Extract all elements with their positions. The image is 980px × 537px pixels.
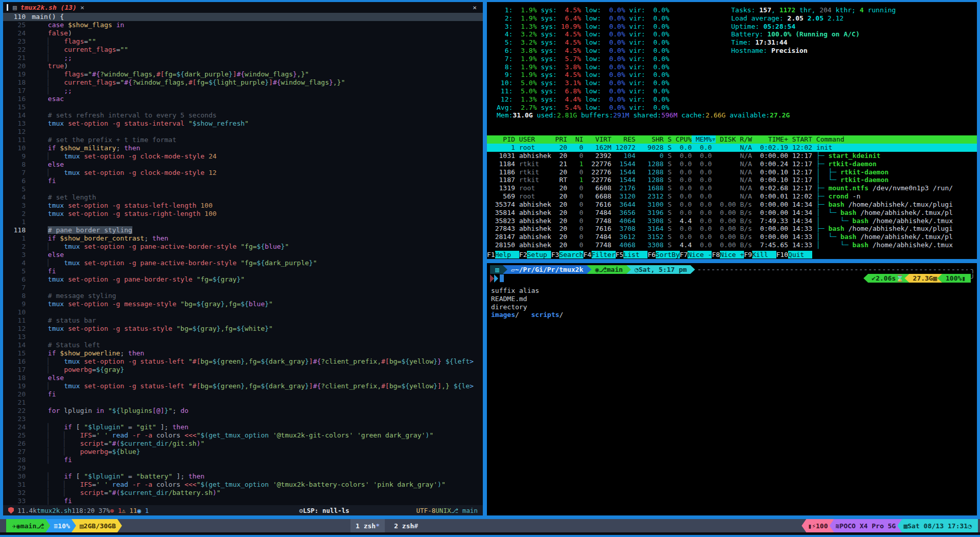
code-line[interactable]: 11 # set the prefix + t time format: [3, 136, 483, 144]
process-row[interactable]: 1319 root 20 0 6608 2176 1688 S 0.0 0.0 …: [487, 184, 977, 192]
code-line[interactable]: 1 if $show_border_contrast; then: [3, 234, 483, 243]
fkey-f9[interactable]: F9Kill: [744, 251, 776, 258]
code-line[interactable]: 21: [3, 399, 483, 407]
process-row[interactable]: 35823 abhishek 20 0 7748 4064 3308 S 4.4…: [487, 217, 977, 225]
code-line[interactable]: 15 if $show_powerline; then: [3, 349, 483, 357]
code-line[interactable]: 15: [3, 103, 483, 111]
code-line[interactable]: 16 ▏ tmux set-option -g status-left "#[b…: [3, 357, 483, 366]
editor-tab[interactable]: ▤ tmux2k.sh (13) ×: [12, 4, 89, 11]
code-line[interactable]: 6 tmux set-option -g pane-border-style "…: [3, 275, 483, 284]
code-line[interactable]: 31 ▏ ▏ IFS=' ' read -r -a colors <<<"$(g…: [3, 481, 483, 489]
code-line[interactable]: 3 else: [3, 251, 483, 259]
code-line[interactable]: 10 if $show_military; then: [3, 144, 483, 152]
code-line[interactable]: 19 ▏ flags="#{?window_flags,#[fg=${dark_…: [3, 70, 483, 78]
pane-divider-horizontal[interactable]: [487, 259, 977, 263]
terminal-cursor[interactable]: [500, 274, 504, 282]
process-row[interactable]: 1 root 20 0 162M 12072 9028 S 0.0 0.0 N/…: [487, 144, 977, 152]
process-row[interactable]: 569 root 20 0 6688 3120 2312 S 0.0 0.0 N…: [487, 192, 977, 201]
process-row[interactable]: 27843 abhishek 20 0 7616 3708 3164 S 0.0…: [487, 225, 977, 233]
process-row[interactable]: 1031 abhishek 20 0 2392 104 0 S 0.0 0.0 …: [487, 152, 977, 160]
code-line[interactable]: 23 ▏ flags="": [3, 37, 483, 46]
process-row[interactable]: 1184 rtkit 21 1 22776 1544 1288 S 0.0 0.…: [487, 160, 977, 168]
code-line[interactable]: 4 # set length: [3, 193, 483, 202]
process-row[interactable]: 35814 abhishek 20 0 7484 3656 3196 S 0.0…: [487, 209, 977, 217]
code-line[interactable]: 22 ▏ current_flags="": [3, 46, 483, 54]
code-line[interactable]: 14 # Status left: [3, 341, 483, 349]
fkey-f6[interactable]: F6SortBy: [648, 251, 680, 258]
code-line[interactable]: 16 esac: [3, 95, 483, 103]
code-line[interactable]: 29: [3, 464, 483, 472]
code-line[interactable]: 4 ▏ tmux set-option -g pane-active-borde…: [3, 259, 483, 267]
process-row[interactable]: 28150 abhishek 20 0 7748 4068 3308 S 4.4…: [487, 241, 977, 249]
fkey-f10[interactable]: F10Quit: [776, 251, 812, 258]
function-key-bar[interactable]: F1Help F2Setup F3SearchF4FilterF5List F6…: [487, 250, 977, 259]
code-line[interactable]: 118 # pane border styling: [3, 226, 483, 234]
code-line[interactable]: 21 ▏ ;;: [3, 54, 483, 62]
code-line[interactable]: 28 ▏ fi: [3, 456, 483, 464]
code-line[interactable]: 8 else: [3, 161, 483, 169]
fkey-f2[interactable]: F2Setup: [519, 251, 552, 258]
fkey-f1[interactable]: F1Help: [487, 251, 519, 258]
code-line[interactable]: 25 ▏ ▏ IFS=' ' read -r -a colors <<<"$(g…: [3, 431, 483, 440]
directory-link[interactable]: scripts: [531, 311, 559, 319]
code-line[interactable]: 9 ▏ tmux set-option -g clock-mode-style …: [3, 152, 483, 161]
code-line[interactable]: 3 tmux set-option -g status-left-length …: [3, 202, 483, 210]
pane-divider-vertical[interactable]: [483, 2, 487, 515]
window-tab-2-zsh[interactable]: 2 zsh#: [389, 519, 423, 532]
code-line[interactable]: 11 # status bar: [3, 316, 483, 325]
code-line[interactable]: 5 fi: [3, 267, 483, 275]
code-line[interactable]: 25 case $show_flags in: [3, 21, 483, 29]
code-line[interactable]: 14 # sets refresh interval to every 5 se…: [3, 111, 483, 120]
code-line[interactable]: 17 ▏ ;;: [3, 87, 483, 95]
tab-close-icon[interactable]: ×: [80, 4, 84, 11]
code-line[interactable]: 20 true): [3, 62, 483, 70]
fkey-f4[interactable]: F4Filter: [583, 251, 616, 258]
directory-link[interactable]: images: [491, 311, 515, 319]
code-line[interactable]: 6 fi: [3, 177, 483, 185]
code-line[interactable]: 24 false): [3, 29, 483, 37]
code-line[interactable]: 2 tmux set-option -g status-right-length…: [3, 210, 483, 218]
code-line[interactable]: 20 fi: [3, 390, 483, 399]
fkey-f5[interactable]: F5List: [616, 251, 648, 258]
window-tab-1-zsh[interactable]: 1 zsh*: [350, 519, 385, 532]
code-area[interactable]: 25 case $show_flags in24 false)23 ▏ flag…: [3, 21, 483, 505]
code-line[interactable]: 18 ▏ current_flags="#{?window_flags,#[fg…: [3, 78, 483, 87]
code-line[interactable]: 2 ▏ tmux set-option -g pane-active-borde…: [3, 243, 483, 251]
fkey-f8[interactable]: F8Nice +: [712, 251, 744, 258]
code-line[interactable]: 5: [3, 185, 483, 193]
fkey-f3[interactable]: F3Search: [551, 251, 583, 258]
code-line[interactable]: 22 for lplugin in "${lplugins[@]}"; do: [3, 407, 483, 415]
code-line[interactable]: 24 ▏ if [ "$lplugin" = "git" ]; then: [3, 423, 483, 431]
code-line[interactable]: 33 ▏ fi: [3, 497, 483, 505]
code-line[interactable]: 13: [3, 333, 483, 341]
code-line[interactable]: 8 # message styling: [3, 292, 483, 300]
prompt-line-input[interactable]: ✔ 2.06s ⌛27.3G ▦100% ▮ ╯: [490, 274, 975, 283]
code-line[interactable]: 26 ▏ ▏ script="#($current_dir/git.sh)": [3, 440, 483, 448]
system-monitor-pane[interactable]: 1: 1.9% sys: 4.5% low: 0.0% vir: 0.0% 2:…: [487, 2, 977, 259]
panel-close-icon[interactable]: ×: [473, 4, 483, 11]
code-line[interactable]: 18 else: [3, 374, 483, 382]
process-row[interactable]: 35374 abhishek 20 0 7616 3644 3100 S 0.0…: [487, 201, 977, 209]
code-line[interactable]: 7: [3, 284, 483, 292]
code-line[interactable]: 17 ▏ powerbg=${gray}: [3, 366, 483, 374]
code-line[interactable]: 32 ▏ ▏ script="#($current_dir/battery.sh…: [3, 489, 483, 497]
code-line[interactable]: 1: [3, 218, 483, 226]
code-line[interactable]: 27 ▏ ▏ powerbg=${blue}: [3, 448, 483, 456]
editor-pane[interactable]: ▤ tmux2k.sh (13) × × 110 main() { 25 cas…: [3, 2, 483, 515]
process-table-header[interactable]: PID USER PRI NI VIRT RES SHR S CPU% MEM%…: [487, 135, 977, 144]
code-line[interactable]: 30 ▏ if [ "$lplugin" = "battery" ]; then: [3, 472, 483, 481]
process-row[interactable]: 28147 abhishek 20 0 7484 3612 3152 S 0.0…: [487, 233, 977, 241]
process-row[interactable]: 1186 rtkit 20 0 22776 1544 1288 S 0.0 0.…: [487, 168, 977, 176]
process-row[interactable]: 1187 rtkit RT 1 22776 1544 1288 S 0.0 0.…: [487, 176, 977, 184]
code-line[interactable]: 7 ▏ tmux set-option -g clock-mode-style …: [3, 169, 483, 177]
process-table[interactable]: PID USER PRI NI VIRT RES SHR S CPU% MEM%…: [487, 135, 977, 249]
fkey-f7[interactable]: F7Nice -: [680, 251, 712, 258]
code-line[interactable]: 19 ▏ tmux set-option -g status-left "#[b…: [3, 382, 483, 390]
code-line[interactable]: 9 tmux set-option -g message-style "bg=$…: [3, 300, 483, 308]
code-line[interactable]: 12 tmux set-option -g status-style "bg=$…: [3, 325, 483, 333]
code-line[interactable]: 23: [3, 415, 483, 423]
sort-column-header[interactable]: MEM%▿: [692, 135, 716, 143]
code-line[interactable]: 13 tmux set-option -g status-interval "$…: [3, 120, 483, 128]
code-line[interactable]: 10: [3, 308, 483, 316]
code-line[interactable]: 12: [3, 128, 483, 136]
